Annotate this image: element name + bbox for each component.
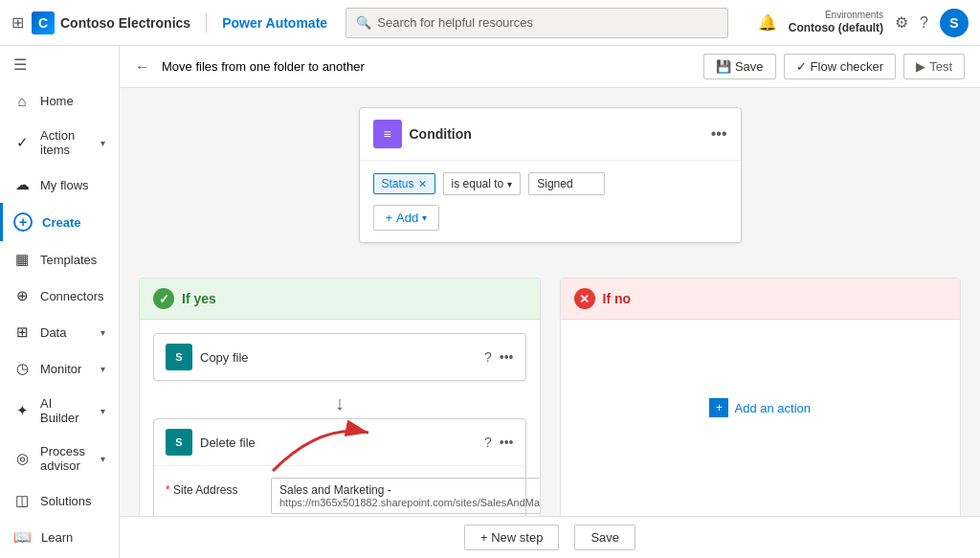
sidebar-label-my-flows: My flows — [40, 178, 89, 192]
branch-no-content: + Add an action — [561, 320, 961, 438]
divider — [206, 13, 207, 33]
operator-select[interactable]: is equal to ▾ — [443, 172, 522, 195]
copy-file-help-icon[interactable]: ? — [484, 349, 492, 365]
flow-topbar-actions: 💾 Save ✓ Flow checker ▶ Test — [703, 54, 965, 79]
create-plus-icon: + — [13, 212, 33, 232]
topbar: ⊞ C Contoso Electronics Power Automate 🔍… — [0, 0, 980, 46]
test-icon: ▶ — [916, 59, 925, 74]
delete-file-header: S Delete file ? ••• — [154, 419, 525, 465]
sidebar-item-action-items[interactable]: ✓ Action items ▾ — [0, 119, 119, 167]
ai-builder-icon: ✦ — [13, 402, 31, 419]
branch-yes-header: ✓ If yes — [140, 279, 540, 320]
sidebar-label-connectors: Connectors — [40, 289, 103, 303]
operator-chevron: ▾ — [507, 179, 512, 190]
sidebar-label-monitor: Monitor — [40, 362, 81, 376]
branch-yes-label: If yes — [182, 291, 216, 306]
arrow-connector: ↓ — [153, 389, 526, 418]
test-button[interactable]: ▶ Test — [903, 54, 965, 79]
data-icon: ⊞ — [13, 324, 31, 341]
user-avatar[interactable]: S — [940, 9, 969, 37]
expand-icon-data: ▾ — [100, 327, 105, 338]
sidebar-label-data: Data — [40, 325, 66, 340]
status-remove-btn[interactable]: ✕ — [418, 178, 427, 190]
add-chevron: ▾ — [422, 212, 427, 223]
copy-file-icon: S — [166, 344, 192, 370]
main-canvas: ≡ Condition ••• Status ✕ is equal t — [120, 88, 980, 558]
brand-name: Contoso Electronics — [60, 15, 190, 31]
back-arrow[interactable]: ← — [135, 58, 150, 76]
search-box[interactable]: 🔍 Search for helpful resources — [345, 8, 728, 38]
condition-icon: ≡ — [373, 120, 402, 148]
sidebar-item-home[interactable]: ⌂ Home — [0, 83, 119, 119]
add-action-label-no: Add an action — [734, 401, 811, 415]
site-address-row: Site Address Sales and Marketing - https… — [166, 478, 514, 514]
sidebar-label-action-items: Action items — [40, 128, 91, 157]
condition-row: Status ✕ is equal to ▾ Signed — [373, 172, 727, 195]
status-badge[interactable]: Status ✕ — [373, 173, 435, 194]
condition-body: Status ✕ is equal to ▾ Signed — [360, 161, 741, 242]
hamburger-button[interactable]: ☰ — [0, 46, 119, 83]
delete-file-icon: S — [166, 429, 192, 456]
sidebar-item-process-advisor[interactable]: ◎ Process advisor ▾ — [0, 435, 119, 482]
monitor-icon: ◷ — [13, 360, 31, 377]
solutions-icon: ◫ — [13, 492, 31, 509]
delete-file-title: Delete file — [200, 435, 477, 450]
new-step-button[interactable]: + New step — [464, 525, 559, 550]
branch-yes-icon: ✓ — [153, 288, 174, 309]
sidebar-item-ai-builder[interactable]: ✦ AI Builder ▾ — [0, 387, 119, 435]
notification-icon[interactable]: 🔔 — [758, 13, 777, 32]
add-action-no[interactable]: + Add an action — [574, 391, 947, 425]
sidebar: ☰ ⌂ Home ✓ Action items ▾ ☁ My flows + C… — [0, 46, 120, 558]
copy-file-header: S Copy file ? ••• — [154, 334, 525, 380]
status-label: Status — [382, 177, 414, 190]
flow-checker-button[interactable]: ✓ Flow checker — [784, 54, 897, 79]
delete-file-help-icon[interactable]: ? — [484, 435, 492, 450]
add-condition-button[interactable]: + Add ▾ — [373, 205, 440, 231]
help-icon[interactable]: ? — [920, 14, 928, 32]
process-advisor-icon: ◎ — [13, 450, 31, 467]
sidebar-item-learn[interactable]: 📖 Learn — [0, 519, 119, 555]
app-grid-icon[interactable]: ⊞ — [11, 13, 24, 32]
copy-file-menu-icon[interactable]: ••• — [500, 349, 514, 365]
delete-file-menu-icon[interactable]: ••• — [500, 435, 514, 450]
site-address-input[interactable]: Sales and Marketing - https://m365x50188… — [271, 478, 541, 514]
sidebar-label-process-advisor: Process advisor — [40, 444, 91, 473]
condition-icon-symbol: ≡ — [383, 126, 390, 142]
sidebar-item-solutions[interactable]: ◫ Solutions — [0, 482, 119, 519]
flow-topbar: ← Move files from one folder to another … — [120, 46, 980, 88]
condition-value[interactable]: Signed — [528, 172, 605, 195]
branch-no-label: If no — [603, 291, 632, 306]
condition-block: ≡ Condition ••• Status ✕ is equal t — [359, 107, 742, 243]
sidebar-item-templates[interactable]: ▦ Templates — [0, 241, 119, 278]
sidebar-item-data[interactable]: ⊞ Data ▾ — [0, 314, 119, 350]
operator-label: is equal to — [452, 177, 504, 190]
settings-icon[interactable]: ⚙ — [895, 13, 908, 32]
condition-menu-icon[interactable]: ••• — [711, 125, 727, 143]
sidebar-label-home: Home — [40, 94, 74, 108]
sidebar-item-create[interactable]: + Create — [0, 203, 119, 241]
site-address-label: Site Address — [166, 478, 261, 497]
sidebar-item-connectors[interactable]: ⊕ Connectors — [0, 278, 119, 314]
branch-no-header: ✕ If no — [561, 279, 961, 320]
delete-file-actions: ? ••• — [484, 435, 514, 450]
sidebar-item-my-flows[interactable]: ☁ My flows — [0, 167, 119, 203]
sidebar-label-ai-builder: AI Builder — [40, 396, 91, 425]
new-step-label: + New step — [480, 530, 543, 545]
copy-file-title: Copy file — [200, 350, 477, 365]
condition-header: ≡ Condition ••• — [360, 108, 741, 161]
env-name: Contoso (default) — [789, 21, 883, 34]
sidebar-label-templates: Templates — [40, 253, 97, 267]
sidebar-label-learn: Learn — [41, 530, 73, 545]
save-button[interactable]: 💾 Save — [703, 54, 776, 79]
sidebar-label-create: Create — [42, 215, 80, 230]
canvas-area: ≡ Condition ••• Status ✕ is equal t — [120, 88, 980, 558]
environment-info: Environments Contoso (default) — [789, 10, 883, 34]
bottom-save-button[interactable]: Save — [574, 525, 635, 550]
search-placeholder: Search for helpful resources — [377, 15, 533, 30]
add-action-icon-no: + — [709, 398, 728, 417]
flow-title: Move files from one folder to another — [162, 59, 365, 74]
condition-title: Condition — [410, 126, 703, 142]
branch-no-icon: ✕ — [574, 288, 595, 309]
logo-icon: C — [32, 11, 55, 34]
sidebar-item-monitor[interactable]: ◷ Monitor ▾ — [0, 350, 119, 387]
